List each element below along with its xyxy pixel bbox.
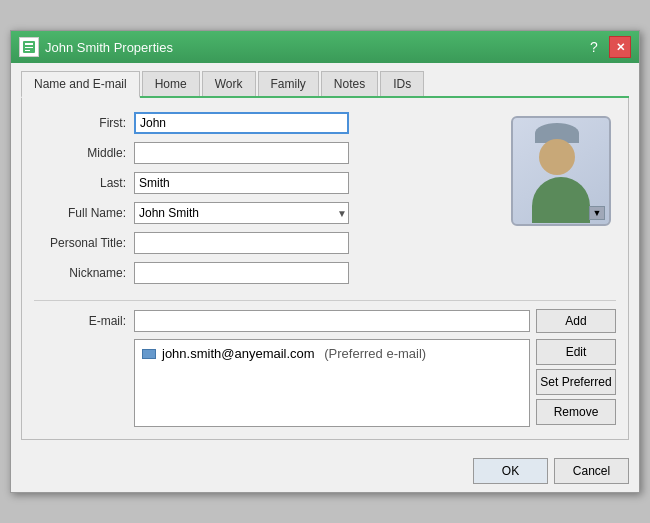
fullname-row: Full Name: John Smith ▼ — [34, 202, 496, 224]
email-listbox[interactable]: john.smith@anyemail.com (Preferred e-mai… — [134, 339, 530, 427]
email-list-area: john.smith@anyemail.com (Preferred e-mai… — [34, 339, 616, 427]
set-preferred-button[interactable]: Set Preferred — [536, 369, 616, 395]
avatar-container: ▼ — [511, 116, 611, 226]
avatar-figure — [532, 119, 590, 223]
fullname-select[interactable]: John Smith — [134, 202, 349, 224]
tab-family[interactable]: Family — [258, 71, 319, 96]
first-row: First: — [34, 112, 496, 134]
email-section: E-mail: Add john.smith@anyemail.com (Pre… — [34, 309, 616, 427]
email-address: john.smith@anyemail.com — [162, 346, 315, 361]
remove-email-button[interactable]: Remove — [536, 399, 616, 425]
svg-rect-1 — [25, 43, 33, 45]
svg-rect-3 — [25, 50, 30, 51]
form-section: First: Middle: Last: Full Name: — [34, 112, 496, 292]
separator — [34, 300, 616, 301]
properties-dialog: John Smith Properties ? ✕ Name and E-mai… — [10, 30, 640, 493]
bottom-bar: OK Cancel — [11, 450, 639, 492]
close-button[interactable]: ✕ — [609, 36, 631, 58]
titlebar-buttons: ? ✕ — [583, 36, 631, 58]
email-label: E-mail: — [34, 314, 134, 328]
last-row: Last: — [34, 172, 496, 194]
personal-title-label: Personal Title: — [34, 236, 134, 250]
tab-notes[interactable]: Notes — [321, 71, 378, 96]
contact-icon — [19, 37, 39, 57]
email-envelope-icon — [142, 349, 156, 359]
svg-rect-2 — [25, 47, 33, 48]
avatar-dropdown-button[interactable]: ▼ — [589, 206, 605, 220]
cancel-button[interactable]: Cancel — [554, 458, 629, 484]
tab-bar: Name and E-mail Home Work Family Notes I… — [21, 71, 629, 98]
email-input-row: E-mail: Add — [34, 309, 616, 333]
last-label: Last: — [34, 176, 134, 190]
first-input[interactable] — [134, 112, 349, 134]
avatar-head-area — [539, 119, 583, 175]
avatar-section: ▼ — [506, 112, 616, 292]
avatar-body — [532, 177, 590, 223]
help-button[interactable]: ? — [583, 36, 605, 58]
tab-ids[interactable]: IDs — [380, 71, 424, 96]
middle-label: Middle: — [34, 146, 134, 160]
personal-title-row: Personal Title: — [34, 232, 496, 254]
tab-work[interactable]: Work — [202, 71, 256, 96]
tab-name-email[interactable]: Name and E-mail — [21, 71, 140, 98]
nickname-input[interactable] — [134, 262, 349, 284]
email-buttons: Edit Set Preferred Remove — [536, 339, 616, 427]
fullname-wrapper: John Smith ▼ — [134, 202, 349, 224]
nickname-label: Nickname: — [34, 266, 134, 280]
nickname-row: Nickname: — [34, 262, 496, 284]
email-input[interactable] — [134, 310, 530, 332]
window-title: John Smith Properties — [45, 40, 173, 55]
edit-email-button[interactable]: Edit — [536, 339, 616, 365]
window-body: Name and E-mail Home Work Family Notes I… — [11, 63, 639, 450]
email-preferred-tag: (Preferred e-mail) — [321, 346, 426, 361]
avatar-head — [539, 139, 575, 175]
content-area: First: Middle: Last: Full Name: — [21, 98, 629, 440]
email-list-item: john.smith@anyemail.com (Preferred e-mai… — [139, 344, 525, 363]
last-input[interactable] — [134, 172, 349, 194]
add-email-button[interactable]: Add — [536, 309, 616, 333]
titlebar: John Smith Properties ? ✕ — [11, 31, 639, 63]
tab-home[interactable]: Home — [142, 71, 200, 96]
personal-title-input[interactable] — [134, 232, 349, 254]
middle-row: Middle: — [34, 142, 496, 164]
ok-button[interactable]: OK — [473, 458, 548, 484]
fullname-label: Full Name: — [34, 206, 134, 220]
titlebar-left: John Smith Properties — [19, 37, 173, 57]
first-label: First: — [34, 116, 134, 130]
form-and-avatar: First: Middle: Last: Full Name: — [34, 112, 616, 292]
middle-input[interactable] — [134, 142, 349, 164]
